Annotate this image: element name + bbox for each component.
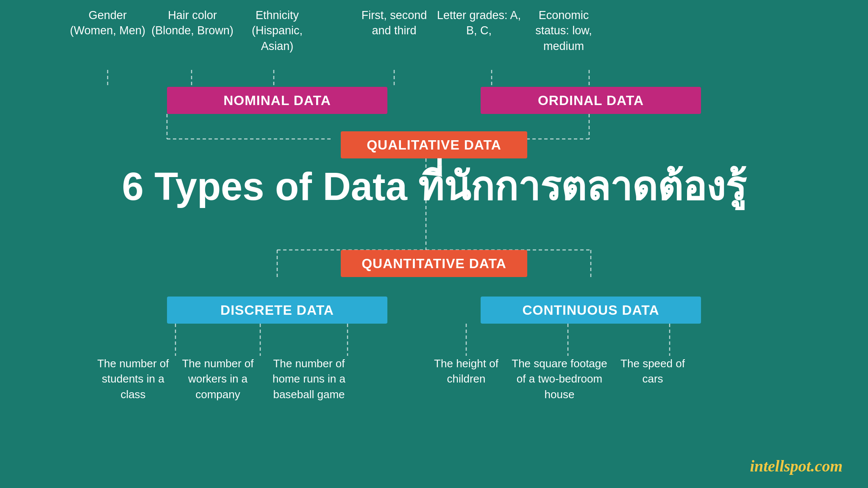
bottom-example-height: The height of children [424, 356, 509, 402]
bottom-example-workers: The number of workers in a company [175, 356, 260, 402]
discrete-data-bar: DISCRETE DATA [167, 297, 387, 324]
top-example-ordinal1: First, second and third [352, 8, 437, 54]
top-example-ordinal2: Letter grades: A, B, C, [437, 8, 521, 54]
top-example-ordinal3: Economic status: low, medium [521, 8, 606, 54]
brand-text: intellspot.com [750, 457, 843, 475]
continuous-data-bar: CONTINUOUS DATA [481, 297, 701, 324]
bottom-example-squarefootage: The square footage of a two-bedroom hous… [509, 356, 610, 402]
quantitative-data-bar: QUANTITATIVE DATA [341, 250, 527, 277]
top-example-ethnicity: Ethnicity (Hispanic, Asian) [235, 8, 320, 54]
bottom-example-homeruns: The number of home runs in a baseball ga… [260, 356, 358, 402]
nominal-data-bar: NOMINAL DATA [167, 87, 387, 114]
top-example-hair: Hair color (Blonde, Brown) [150, 8, 235, 54]
top-example-gender: Gender (Women, Men) [65, 8, 150, 54]
bottom-example-students: The number of students in a class [91, 356, 175, 402]
qualitative-data-bar: QUALITATIVE DATA [341, 131, 527, 158]
bottom-example-speed: The speed of cars [610, 356, 695, 402]
ordinal-data-bar: ORDINAL DATA [481, 87, 701, 114]
main-title: 6 Types of Data ที่นักการตลาดต้องรู้ [0, 165, 868, 208]
